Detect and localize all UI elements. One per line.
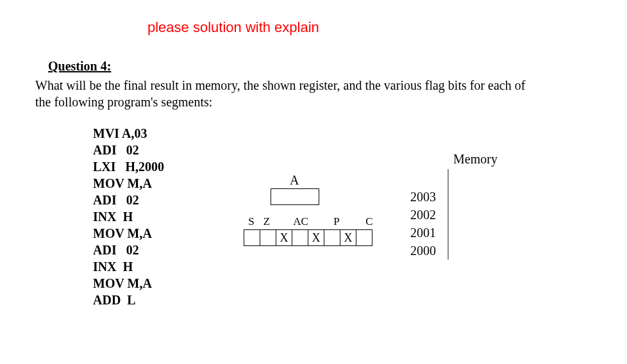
- program-line: INX H: [93, 208, 164, 225]
- memory-cell: [448, 224, 449, 242]
- program-line: LXI H,2000: [93, 158, 164, 175]
- program-line: ADI 02: [93, 192, 164, 208]
- memory-label: Memory: [453, 152, 497, 167]
- flag-box-x3: X: [340, 229, 356, 246]
- flag-box-ac: [292, 229, 308, 246]
- memory-cell: [448, 188, 449, 206]
- flag-boxes-row: X X X: [244, 229, 372, 246]
- flag-label-s: S: [244, 215, 259, 228]
- question-text: What will be the final result in memory,…: [35, 77, 535, 110]
- program-line: ADI 02: [93, 142, 164, 158]
- memory-table: [447, 169, 449, 260]
- flag-label-p: P: [328, 215, 345, 228]
- program-line: MOV M,A: [93, 275, 164, 292]
- program-line: MOV M,A: [93, 225, 164, 242]
- memory-address: 2000: [410, 242, 436, 260]
- flag-box-p: [324, 229, 340, 246]
- memory-address: 2002: [410, 206, 436, 224]
- flag-box-z: [260, 229, 276, 246]
- instruction-note: please solution with explain: [147, 19, 319, 36]
- memory-cell: [448, 242, 449, 260]
- flag-label-z: Z: [259, 215, 274, 228]
- program-line: ADI 02: [93, 242, 164, 258]
- flag-box-x1: X: [276, 229, 292, 246]
- program-line: MOV M,A: [93, 175, 164, 192]
- program-line: MVI A,03: [93, 125, 164, 142]
- memory-cell: [448, 170, 449, 188]
- flag-label-x1: [274, 215, 290, 228]
- question-header: Question 4:: [48, 59, 111, 74]
- accumulator-label: A: [290, 173, 299, 188]
- memory-addresses: 2003 2002 2001 2000: [410, 188, 436, 260]
- flag-box-x2: X: [308, 229, 324, 246]
- accumulator-box: [271, 188, 319, 205]
- program-line: INX H: [93, 258, 164, 275]
- memory-address: 2003: [410, 188, 436, 206]
- flag-label-ac: AC: [290, 215, 312, 228]
- program-listing: MVI A,03 ADI 02 LXI H,2000 MOV M,A ADI 0…: [93, 125, 164, 308]
- flag-label-x3: [345, 215, 362, 228]
- memory-address: 2001: [410, 224, 436, 242]
- memory-cell: [448, 206, 449, 224]
- program-line: ADD L: [93, 292, 164, 308]
- flag-label-c: C: [362, 215, 377, 228]
- flag-box-c: [356, 229, 372, 246]
- flag-box-s: [244, 229, 260, 246]
- flag-label-x2: [312, 215, 328, 228]
- flag-labels-row: S Z AC P C: [244, 215, 377, 228]
